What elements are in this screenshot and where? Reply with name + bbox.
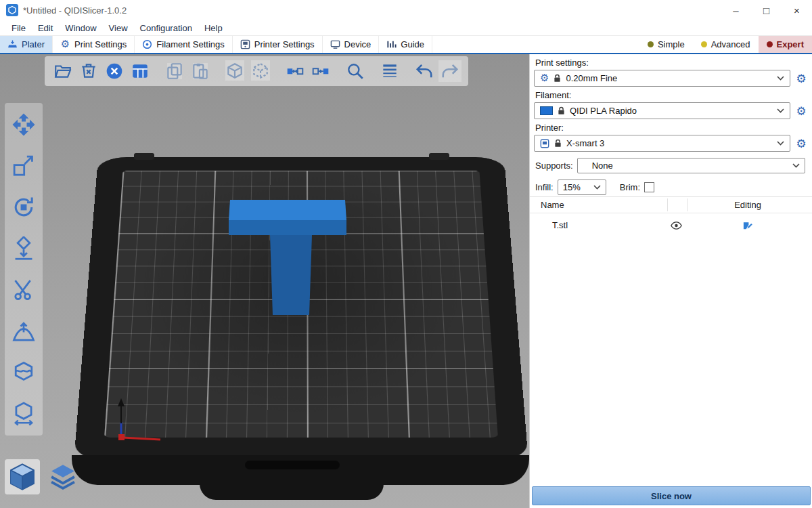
column-header-name[interactable]: Name (541, 200, 564, 210)
seam-painting-button[interactable] (10, 359, 37, 386)
menu-file[interactable]: File (5, 23, 32, 33)
delete-button[interactable] (76, 58, 102, 84)
redo-icon (441, 62, 459, 81)
maximize-button[interactable]: □ (751, 0, 782, 20)
chevron-down-icon (593, 185, 601, 190)
3d-editor-view-button[interactable] (5, 459, 40, 494)
printer-combo[interactable]: X-smart 3 (534, 135, 790, 152)
filament-gear-button[interactable]: ⚙ (793, 103, 809, 119)
object-list-header: Name Editing (530, 197, 812, 213)
measure-button[interactable] (10, 400, 37, 427)
print-settings-combo[interactable]: ⚙ 0.20mm Fine (534, 70, 790, 87)
split-to-objects-icon (286, 62, 304, 81)
infill-label: Infill: (535, 182, 554, 192)
gear-icon: ⚙ (540, 73, 549, 83)
filament-row: QIDI PLA Rapido ⚙ (530, 102, 812, 119)
tab-device-label: Device (344, 39, 371, 49)
tab-guide[interactable]: Guide (379, 36, 432, 53)
printer-icon (540, 139, 549, 148)
arrange-button[interactable] (127, 58, 153, 84)
paste-button[interactable] (187, 58, 213, 84)
object-list-row[interactable]: T.stl (530, 217, 812, 234)
chevron-down-icon (777, 108, 784, 113)
window-controls: – □ × (721, 0, 812, 20)
tab-printer-settings[interactable]: Printer Settings (233, 36, 323, 53)
supports-combo[interactable]: None (577, 158, 805, 173)
object-name: T.stl (552, 220, 568, 230)
chevron-down-icon (792, 163, 800, 168)
variable-layer-height-icon (380, 62, 399, 81)
variable-layer-height-button[interactable] (377, 58, 403, 84)
filament-combo[interactable]: QIDI PLA Rapido (534, 102, 790, 119)
tab-device[interactable]: Device (323, 36, 380, 53)
brim-checkbox[interactable] (644, 182, 654, 192)
menu-window[interactable]: Window (59, 23, 102, 33)
column-header-editing[interactable]: Editing (714, 200, 782, 210)
menu-edit[interactable]: Edit (32, 23, 59, 33)
printer-value: X-smart 3 (566, 138, 772, 148)
cut-button[interactable] (10, 276, 37, 303)
undo-button[interactable] (411, 58, 437, 84)
place-on-face-icon (12, 236, 36, 261)
seam-painting-icon (12, 360, 36, 385)
paint-supports-button[interactable] (10, 318, 37, 345)
menu-configuration[interactable]: Configuration (134, 23, 198, 33)
advanced-mode-dot-icon (701, 41, 707, 47)
open-button[interactable] (50, 58, 76, 84)
infill-brim-row: Infill: 15% Brim: (535, 179, 805, 195)
search-icon (346, 62, 365, 81)
tab-filament-settings[interactable]: Filament Settings (135, 36, 232, 53)
filament-settings-icon (142, 39, 152, 49)
editing-icon[interactable] (742, 220, 752, 230)
toolbar-separator (273, 71, 282, 72)
minimize-button[interactable]: – (721, 0, 751, 20)
3d-viewport-canvas[interactable] (0, 54, 529, 508)
bed-grid (104, 171, 498, 438)
remove-instance-button[interactable] (248, 58, 273, 84)
filament-value: QIDI PLA Rapido (570, 106, 772, 116)
place-on-face-button[interactable] (10, 235, 37, 262)
toolbar-separator (213, 71, 222, 72)
close-button[interactable]: × (782, 0, 812, 20)
redo-button[interactable] (437, 58, 463, 84)
tab-plater[interactable]: Plater (0, 36, 53, 53)
preview-button[interactable] (45, 459, 81, 494)
scale-icon (12, 154, 36, 178)
arrange-icon (131, 62, 150, 81)
mode-expert[interactable]: Expert (759, 36, 812, 53)
search-button[interactable] (342, 58, 368, 84)
add-instance-button[interactable] (222, 58, 248, 84)
menu-help[interactable]: Help (198, 23, 229, 33)
preview-layers-icon (48, 462, 78, 492)
mode-simple[interactable]: Simple (639, 36, 693, 53)
split-to-objects-button[interactable] (282, 58, 308, 84)
copy-icon (165, 62, 184, 81)
tab-print-settings[interactable]: ⚙ Print Settings (53, 36, 135, 53)
rotate-button[interactable] (10, 194, 37, 221)
printer-label: Printer: (535, 123, 812, 133)
measure-icon (12, 402, 36, 426)
slice-now-button[interactable]: Slice now (532, 486, 811, 505)
infill-combo[interactable]: 15% (558, 179, 606, 195)
qidislicer-window: *Untitled - QIDISlicer-1.0.2 – □ × File … (0, 0, 812, 508)
visibility-eye-icon[interactable] (671, 221, 682, 230)
printer-gear-button[interactable]: ⚙ (793, 135, 809, 152)
toolbar-separator (368, 71, 377, 72)
split-to-parts-button[interactable] (308, 58, 334, 84)
copy-button[interactable] (162, 58, 187, 84)
toolbar-separator (403, 71, 411, 72)
expert-mode-dot-icon (767, 41, 773, 47)
delete-all-icon (105, 62, 124, 81)
lock-icon (558, 106, 565, 115)
print-settings-gear-button[interactable]: ⚙ (793, 70, 809, 87)
lock-icon (554, 139, 562, 148)
delete-all-button[interactable] (102, 58, 127, 84)
print-bed (91, 157, 511, 475)
column-separator (687, 198, 688, 211)
move-button[interactable] (10, 111, 37, 138)
scale-button[interactable] (10, 152, 37, 179)
mode-advanced[interactable]: Advanced (693, 36, 759, 53)
lock-icon (554, 74, 561, 83)
menu-view[interactable]: View (103, 23, 134, 33)
mode-advanced-label: Advanced (711, 39, 750, 49)
